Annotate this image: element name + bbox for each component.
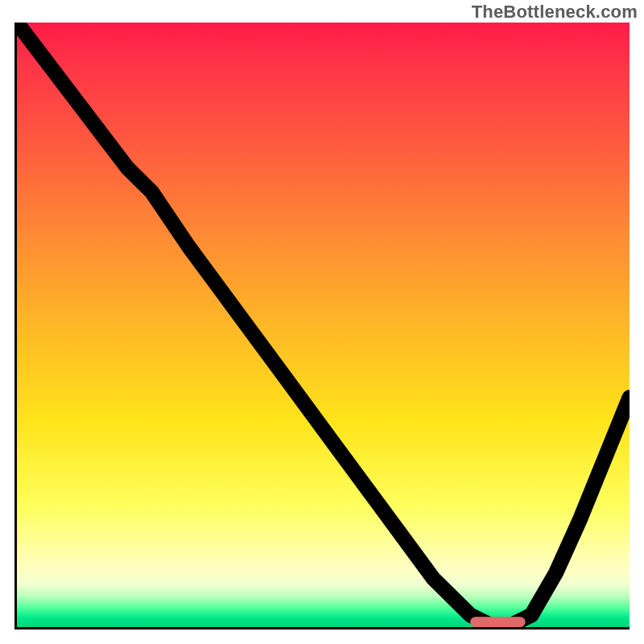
watermark-text: TheBottleneck.com (472, 2, 638, 23)
bottleneck-curve-line (17, 23, 630, 627)
curve-layer (17, 23, 630, 627)
optimal-marker (470, 617, 525, 627)
plot-area (14, 23, 630, 630)
chart-container: TheBottleneck.com (0, 0, 644, 644)
